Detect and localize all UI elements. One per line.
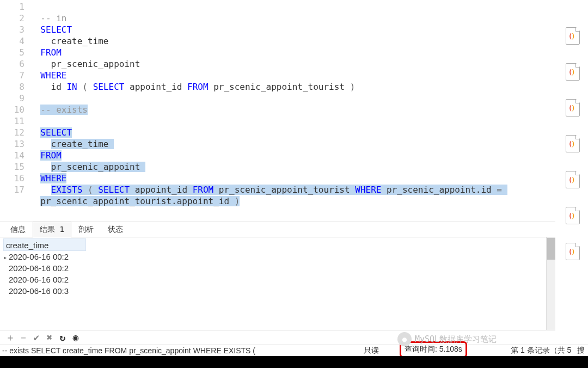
bottom-strip [0, 356, 588, 368]
grid-toolbar: ＋ － ✔ ✖ ↻ ◉ [0, 330, 555, 344]
add-row-button[interactable]: ＋ [5, 333, 15, 342]
apply-button[interactable]: ✔ [32, 333, 41, 342]
query-time-highlight: 查询时间: 5.108s [400, 341, 467, 358]
result-grid[interactable]: create_time ▸2020-06-16 00:22020-06-16 0… [0, 237, 555, 330]
side-file-icon[interactable]: () [566, 207, 583, 226]
stop-button[interactable]: ◉ [71, 333, 81, 342]
side-file-icon[interactable]: () [566, 135, 583, 155]
result-tabs: 信息结果 1剖析状态 [0, 222, 555, 237]
status-records: 第 1 条记录（共 5 [511, 346, 571, 355]
tab-结果 1[interactable]: 结果 1 [33, 222, 71, 237]
side-file-icon[interactable]: () [566, 63, 583, 83]
table-row[interactable]: 2020-06-16 00:3 [3, 285, 87, 297]
status-querytime: 查询时间: 5.108s [405, 345, 462, 354]
table-row[interactable]: 2020-06-16 00:2 [3, 262, 87, 274]
side-icon-bar: () () () () () () () [561, 0, 588, 327]
status-readonly: 只读 [364, 346, 379, 355]
code-content[interactable]: -- in SELECT create_time FROM pr_scenic_… [30, 0, 555, 222]
status-sql: -- exists SELECT create_time FROM pr_sce… [2, 346, 255, 355]
column-header[interactable]: create_time [3, 238, 86, 251]
side-file-icon[interactable]: () [566, 243, 583, 262]
delete-row-button[interactable]: － [19, 333, 28, 342]
refresh-button[interactable]: ↻ [58, 333, 68, 342]
tab-信息[interactable]: 信息 [3, 222, 33, 237]
vertical-scrollbar[interactable] [546, 237, 555, 330]
status-bar: -- exists SELECT create_time FROM pr_sce… [0, 344, 588, 356]
tab-剖析[interactable]: 剖析 [71, 222, 101, 237]
cancel-button[interactable]: ✖ [45, 333, 54, 342]
tab-状态[interactable]: 状态 [101, 222, 130, 237]
side-file-icon[interactable]: () [566, 99, 583, 119]
side-file-icon[interactable]: () [566, 27, 583, 47]
side-file-icon[interactable]: () [566, 171, 583, 191]
table-row[interactable]: ▸2020-06-16 00:2 [3, 251, 87, 262]
table-row[interactable]: 2020-06-16 00:2 [3, 274, 87, 285]
result-rows: ▸2020-06-16 00:22020-06-16 00:22020-06-1… [3, 251, 87, 297]
sql-editor[interactable]: 1234567891011121314151617 -- in SELECT c… [0, 0, 555, 222]
line-gutter: 1234567891011121314151617 [0, 0, 30, 222]
status-search: 搜 [577, 346, 585, 355]
